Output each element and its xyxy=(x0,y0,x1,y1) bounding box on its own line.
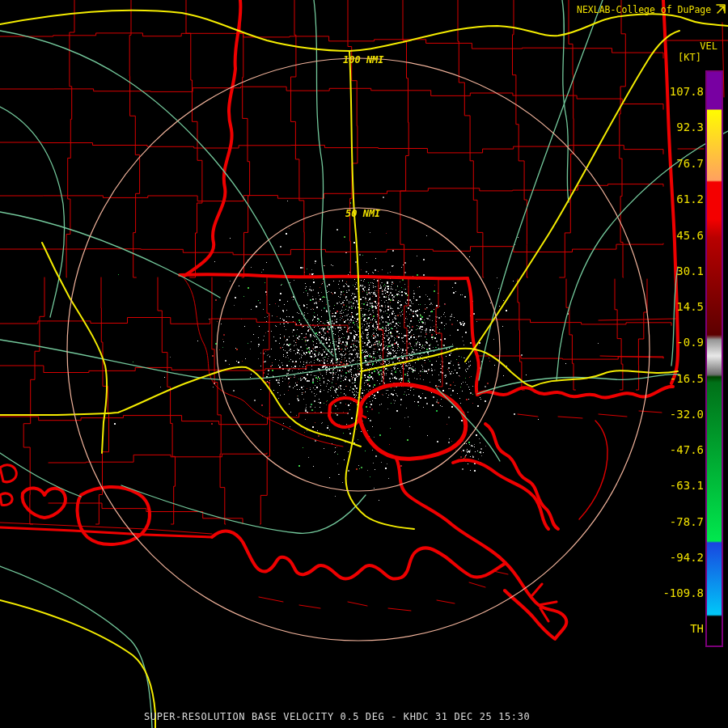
scale-title: VEL xyxy=(700,40,717,52)
scale-unit: [KT] xyxy=(678,52,701,63)
county-line xyxy=(615,279,623,390)
colorbar-tick: 30.1 xyxy=(676,265,704,277)
biloxi-marsh xyxy=(485,424,558,529)
colorbar-tick: -0.9 xyxy=(676,336,704,349)
base-map: 100 NMI 50 NMI xyxy=(0,0,728,728)
county-line xyxy=(66,0,74,277)
product-title: SUPER-RESOLUTION BASE VELOCITY 0.5 DEG -… xyxy=(144,711,530,722)
county-line xyxy=(636,279,647,390)
colorbar-tick: -47.6 xyxy=(670,443,704,456)
county-line xyxy=(240,0,250,277)
county-line xyxy=(513,0,528,277)
lake-pontchartrain xyxy=(359,384,465,459)
colorbar-tick: -78.7 xyxy=(670,515,704,528)
gulf-coast-ms xyxy=(477,387,673,398)
velocity-colorbar xyxy=(705,70,723,647)
west-spit xyxy=(0,527,212,537)
colorbar-tick: 61.2 xyxy=(676,193,704,205)
lake-salvador xyxy=(78,487,150,544)
county-line xyxy=(518,279,524,390)
county-line xyxy=(129,0,139,277)
county-line xyxy=(0,318,348,332)
east-state-line xyxy=(663,0,678,383)
county-line xyxy=(0,243,663,255)
external-link-icon xyxy=(715,3,726,15)
county-line xyxy=(566,279,576,390)
ring-100nmi xyxy=(67,58,650,641)
colorbar-tick: 14.5 xyxy=(676,300,704,313)
colorbar-tick: 92.3 xyxy=(676,121,704,133)
colorbar-tick: 107.8 xyxy=(670,85,704,98)
brand-watermark: NEXLAB-College of DuPage xyxy=(577,4,711,15)
county-line xyxy=(0,364,348,373)
la-marsh-coast xyxy=(212,531,506,579)
county-line xyxy=(379,279,383,387)
colorbar-tick: 76.7 xyxy=(676,157,704,170)
county-line xyxy=(477,356,663,359)
colorbar-tick: TH xyxy=(690,622,704,635)
county-line xyxy=(436,279,442,387)
county-line xyxy=(291,0,309,277)
county-line xyxy=(403,279,408,387)
county-line xyxy=(476,320,671,325)
colorbar-tick: -63.1 xyxy=(670,479,704,492)
county-line xyxy=(49,453,267,463)
mississippi-river xyxy=(184,0,240,276)
county-line xyxy=(458,0,484,277)
colorbar-tick: 45.6 xyxy=(676,229,704,242)
ring-label-50nmi: 50 NMI xyxy=(345,208,381,219)
county-line xyxy=(186,0,202,277)
colorbar-tick: -32.0 xyxy=(670,408,704,421)
range-rings: 100 NMI 50 NMI xyxy=(67,54,650,641)
county-line xyxy=(0,142,663,154)
county-line xyxy=(620,0,626,277)
colorbar-tick: -16.5 xyxy=(670,372,704,385)
county-line xyxy=(158,277,176,524)
colorbar-tick: -109.8 xyxy=(662,586,704,599)
radar-viewer: 100 NMI 50 NMI NEXLAB-College of DuPage … xyxy=(0,0,728,728)
county-line xyxy=(260,277,269,524)
colorbar-tick: -94.2 xyxy=(670,551,704,564)
county-line xyxy=(0,184,663,201)
county-line xyxy=(560,0,574,277)
highways-primary xyxy=(0,11,728,728)
ring-label-100nmi: 100 NMI xyxy=(343,54,384,66)
pearl-river xyxy=(468,278,479,395)
county-line xyxy=(212,277,226,524)
county-boundaries xyxy=(0,0,671,524)
